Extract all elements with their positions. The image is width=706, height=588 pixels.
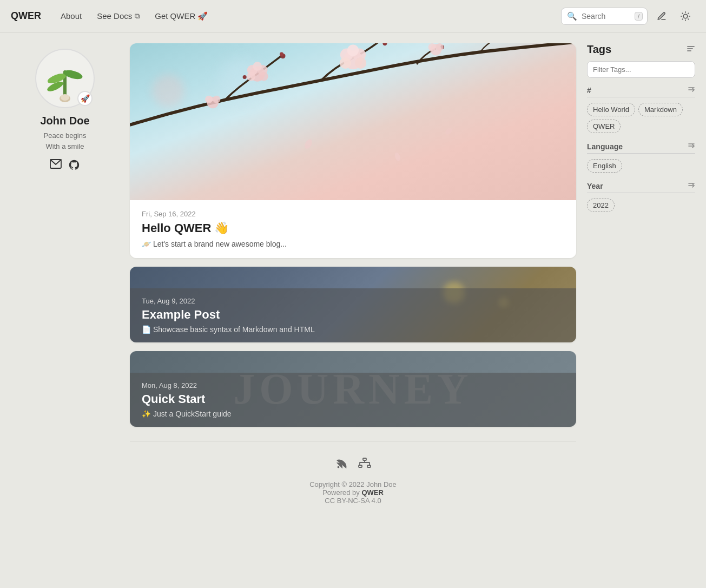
badge-emoji: 🚀 bbox=[81, 94, 90, 103]
footer-copyright: Copyright © 2022 John Doe bbox=[141, 480, 565, 488]
marker-icon-btn[interactable] bbox=[652, 6, 671, 26]
user-bio: Peace begins With a smile bbox=[44, 130, 87, 151]
nav-see-docs[interactable]: See Docs ⧉ bbox=[90, 8, 146, 24]
user-name: John Doe bbox=[40, 115, 89, 127]
nav-links: About See Docs ⧉ Get QWER 🚀 bbox=[54, 8, 214, 24]
nav-about-label: About bbox=[61, 11, 82, 21]
navbar: QWER About See Docs ⧉ Get QWER 🚀 🔍 / bbox=[0, 0, 706, 32]
user-bio-line1: Peace begins bbox=[44, 131, 87, 140]
svg-point-43 bbox=[337, 466, 339, 468]
tag-chip-english[interactable]: English bbox=[587, 159, 622, 173]
tag-section-hash: # bbox=[587, 85, 695, 97]
theme-icon bbox=[681, 11, 690, 21]
tag-section-hash-label: # bbox=[587, 86, 591, 95]
tag-section-year-icon[interactable] bbox=[688, 181, 695, 190]
svg-point-31 bbox=[243, 75, 247, 79]
post-overlay-quickstart: Mon, Aug 8, 2022 Quick Start ✨ Just a Qu… bbox=[130, 373, 576, 427]
page-layout: 🚀 John Doe Peace begins With a smile bbox=[0, 32, 706, 526]
footer-brand: QWER bbox=[361, 488, 383, 497]
search-shortcut: / bbox=[635, 12, 643, 21]
svg-point-25 bbox=[340, 57, 351, 69]
tag-chips-year: 2022 bbox=[587, 199, 695, 212]
svg-rect-46 bbox=[367, 465, 371, 467]
post-excerpt-example: 📄 Showcase basic syntax of Markdown and … bbox=[142, 325, 564, 334]
avatar-container: 🚀 bbox=[35, 49, 95, 108]
svg-point-39 bbox=[436, 43, 444, 51]
user-links bbox=[50, 159, 80, 174]
post-card-quick-start[interactable]: JOURNEY Mon, Aug 8, 2022 Quick Start ✨ J… bbox=[130, 351, 576, 427]
svg-point-20 bbox=[259, 72, 268, 81]
nav-get-qwer-label: Get QWER 🚀 bbox=[155, 11, 208, 21]
tag-chip-qwer[interactable]: QWER bbox=[587, 120, 621, 133]
tag-filter-input[interactable] bbox=[587, 61, 695, 78]
svg-point-14 bbox=[61, 94, 69, 101]
sidebar-left: 🚀 John Doe Peace begins With a smile bbox=[11, 43, 119, 174]
footer: Copyright © 2022 John Doe Powered by QWE… bbox=[130, 441, 576, 516]
tag-section-year: Year bbox=[587, 181, 695, 193]
post-excerpt-hello-qwer: 🪐 Let's start a brand new awesome blog..… bbox=[142, 240, 564, 248]
svg-line-8 bbox=[688, 13, 689, 14]
svg-point-19 bbox=[247, 72, 256, 81]
svg-point-35 bbox=[205, 96, 213, 103]
theme-icon-btn[interactable] bbox=[676, 6, 695, 26]
svg-point-36 bbox=[213, 96, 220, 103]
nav-brand[interactable]: QWER bbox=[11, 10, 41, 22]
svg-point-42 bbox=[444, 127, 453, 136]
tag-chips-language: English bbox=[587, 159, 695, 173]
post-hero-image bbox=[130, 43, 576, 200]
svg-line-3 bbox=[682, 13, 683, 14]
email-icon[interactable] bbox=[50, 159, 62, 174]
nav-about[interactable]: About bbox=[54, 8, 88, 24]
svg-point-38 bbox=[428, 43, 436, 51]
search-input[interactable] bbox=[582, 12, 630, 21]
post-title-example: Example Post bbox=[142, 308, 564, 322]
svg-point-26 bbox=[355, 57, 366, 69]
user-bio-line2: With a smile bbox=[46, 142, 84, 150]
rss-icon[interactable] bbox=[335, 458, 347, 474]
svg-point-0 bbox=[683, 14, 688, 18]
post-date-quickstart: Mon, Aug 8, 2022 bbox=[142, 381, 564, 389]
tag-section-language-label: Language bbox=[587, 142, 623, 151]
post-card-body-hello-qwer: Fri, Sep 16, 2022 Hello QWER 👋 🪐 Let's s… bbox=[130, 200, 576, 258]
svg-point-41 bbox=[394, 151, 402, 162]
sitemap-icon[interactable] bbox=[358, 458, 371, 474]
search-icon: 🔍 bbox=[567, 11, 577, 21]
tag-section-language-icon[interactable] bbox=[688, 142, 695, 151]
post-excerpt-quickstart: ✨ Just a QuickStart guide bbox=[142, 409, 564, 418]
svg-line-7 bbox=[682, 18, 683, 19]
footer-powered-by: Powered by QWER bbox=[141, 488, 565, 497]
post-overlay-example: Tue, Aug 9, 2022 Example Post 📄 Showcase… bbox=[130, 288, 576, 342]
tag-chip-markdown[interactable]: Markdown bbox=[638, 103, 683, 116]
post-card-example-post[interactable]: Tue, Aug 9, 2022 Example Post 📄 Showcase… bbox=[130, 267, 576, 342]
svg-line-4 bbox=[688, 18, 689, 19]
github-icon[interactable] bbox=[68, 159, 80, 174]
nav-get-qwer[interactable]: Get QWER 🚀 bbox=[148, 8, 214, 24]
svg-point-27 bbox=[347, 44, 359, 56]
tag-chips-hash: Hello World Markdown QWER bbox=[587, 103, 695, 133]
nav-see-docs-label: See Docs bbox=[97, 11, 132, 21]
footer-license: CC BY-NC-SA 4.0 bbox=[141, 497, 565, 505]
tag-section-language: Language bbox=[587, 142, 695, 154]
svg-rect-45 bbox=[359, 465, 362, 467]
tags-title: Tags bbox=[587, 43, 611, 56]
tags-panel: Tags # He bbox=[587, 43, 695, 212]
marker-icon bbox=[657, 11, 667, 21]
svg-point-21 bbox=[253, 62, 262, 71]
post-date-example: Tue, Aug 9, 2022 bbox=[142, 297, 564, 305]
tag-chip-hello-world[interactable]: Hello World bbox=[587, 103, 635, 116]
tag-section-year-label: Year bbox=[587, 182, 603, 190]
search-bar[interactable]: 🔍 / bbox=[561, 8, 648, 25]
tag-section-hash-icon[interactable] bbox=[688, 85, 695, 95]
post-title-quickstart: Quick Start bbox=[142, 392, 564, 406]
avatar-badge: 🚀 bbox=[77, 91, 93, 106]
tags-sort-icon[interactable] bbox=[687, 44, 695, 55]
tag-chip-2022[interactable]: 2022 bbox=[587, 199, 615, 212]
post-card-hello-qwer[interactable]: Fri, Sep 16, 2022 Hello QWER 👋 🪐 Let's s… bbox=[130, 43, 576, 258]
nav-docs-icon: ⧉ bbox=[135, 12, 140, 21]
svg-point-29 bbox=[280, 52, 283, 56]
main-content: Fri, Sep 16, 2022 Hello QWER 👋 🪐 Let's s… bbox=[130, 43, 576, 516]
svg-point-30 bbox=[382, 43, 387, 45]
footer-powered-prefix: Powered by bbox=[322, 488, 361, 497]
sidebar-right: Tags # He bbox=[587, 43, 695, 221]
post-title-hello-qwer: Hello QWER 👋 bbox=[142, 221, 564, 235]
